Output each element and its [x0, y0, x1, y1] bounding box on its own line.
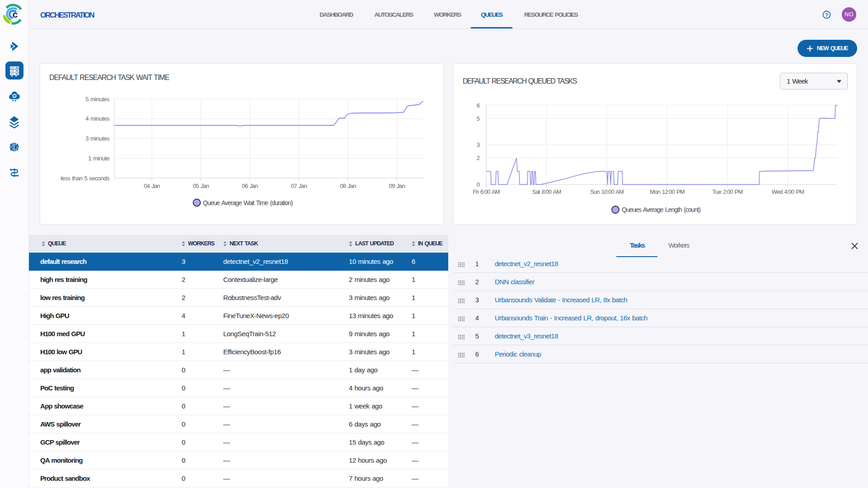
svg-text:5: 5: [477, 115, 480, 122]
svg-text:6: 6: [477, 102, 480, 109]
svg-text:1 minute: 1 minute: [88, 155, 109, 162]
svg-text:09 Jan: 09 Jan: [389, 183, 405, 189]
svg-text:Queues Average Length (count): Queues Average Length (count): [622, 206, 700, 213]
svg-text:Fri 6:00 AM: Fri 6:00 AM: [473, 188, 499, 195]
svg-text:05 Jan: 05 Jan: [193, 183, 209, 189]
svg-text:3: 3: [477, 141, 480, 148]
svg-text:?: ?: [825, 12, 828, 18]
svg-text:Tue 2:00 PM: Tue 2:00 PM: [713, 188, 743, 195]
svg-text:Queue Average Wait Time (durat: Queue Average Wait Time (duration): [203, 199, 293, 206]
svg-text:06 Jan: 06 Jan: [242, 183, 258, 189]
svg-text:Sat 8:00 AM: Sat 8:00 AM: [532, 188, 561, 195]
svg-text:less than 5 seconds: less than 5 seconds: [61, 175, 110, 182]
svg-text:0: 0: [477, 181, 480, 188]
svg-text:Wed 4:00 PM: Wed 4:00 PM: [772, 188, 804, 195]
svg-text:07 Jan: 07 Jan: [291, 183, 307, 189]
svg-text:Sun 10:00 AM: Sun 10:00 AM: [590, 188, 624, 195]
svg-text:c: c: [13, 9, 18, 19]
svg-text:2: 2: [477, 155, 480, 161]
svg-text:4 minutes: 4 minutes: [85, 115, 110, 122]
svg-text:08 Jan: 08 Jan: [340, 183, 356, 189]
svg-text:Mon 12:00 PM: Mon 12:00 PM: [650, 188, 685, 195]
svg-text:3 minutes: 3 minutes: [85, 135, 110, 142]
svg-text:04 Jan: 04 Jan: [144, 183, 160, 189]
svg-text:5 minutes: 5 minutes: [85, 96, 110, 103]
